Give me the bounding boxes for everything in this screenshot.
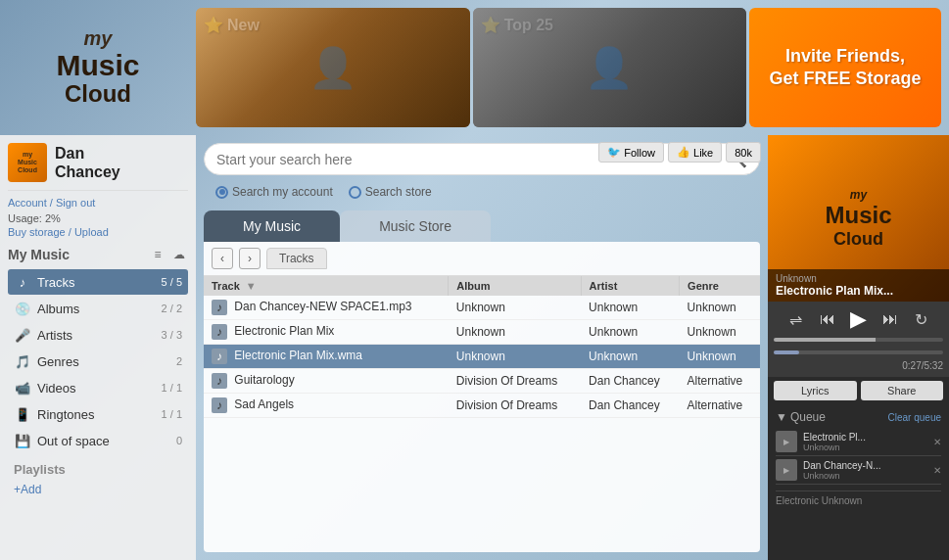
col-album[interactable]: Album — [449, 276, 581, 296]
top25-banner-card[interactable]: ⭐ Top 25 👤 — [473, 8, 747, 127]
search-my-account-option[interactable]: Search my account — [215, 185, 333, 199]
invite-banner-card[interactable]: Invite Friends, Get FREE Storage — [749, 8, 941, 127]
genres-icon: 🎵 — [14, 352, 31, 370]
playlists-section: Playlists — [8, 462, 188, 477]
table-nav: ‹ › Tracks — [204, 242, 760, 276]
cloud-icon[interactable]: ☁ — [170, 246, 188, 263]
logo-my: my — [56, 27, 139, 49]
search-my-account-radio[interactable] — [215, 186, 228, 199]
follow-button[interactable]: 🐦 Follow — [598, 142, 664, 163]
progress-fill — [774, 350, 799, 354]
signout-link[interactable]: Sign out — [56, 197, 95, 209]
queue-section: ▼ Queue Clear queue ▶ Electronic Pl... U… — [768, 404, 949, 560]
next-button[interactable]: ⏭ — [878, 307, 902, 331]
logo-cloud: Cloud — [56, 81, 139, 107]
genre-label: Electronic Unknown — [776, 495, 941, 506]
progress-bar[interactable] — [774, 350, 943, 354]
main-content: 🔍 Search my account Search store My Musi… — [196, 135, 768, 560]
col-artist[interactable]: Artist — [581, 276, 680, 296]
tab-music-store[interactable]: Music Store — [340, 210, 491, 242]
track-table-container: ‹ › Tracks Track ▼ Album Artist G — [204, 242, 760, 552]
player-track-info: Unknown Electronic Plan Mix... — [768, 269, 949, 302]
invite-text: Invite Friends, Get FREE Storage — [770, 45, 922, 91]
queue-item: ▶ Electronic Pl... Unknown ✕ — [776, 428, 941, 456]
repeat-button[interactable]: ↻ — [910, 307, 933, 331]
like-icon: 👍 — [677, 146, 690, 159]
like-button[interactable]: 👍 Like — [668, 142, 722, 163]
sort-arrow: ▼ — [246, 280, 257, 292]
player-action-buttons: Lyrics Share — [768, 377, 949, 404]
tracks-tab[interactable]: Tracks — [266, 248, 327, 269]
search-store-radio[interactable] — [349, 186, 361, 199]
like-count: 80k — [726, 142, 761, 163]
queue-thumb-1: ▶ — [776, 431, 797, 452]
play-button[interactable]: ▶ — [847, 307, 871, 331]
ringtones-icon: 📱 — [14, 405, 31, 423]
table-row[interactable]: ♪ Dan Chancey-NEW SPACE1.mp3UnknownUnkno… — [204, 296, 760, 320]
sidebar-item-genres[interactable]: 🎵 Genres 2 — [8, 349, 188, 374]
col-genre[interactable]: Genre — [680, 276, 760, 296]
tab-my-music[interactable]: My Music — [204, 210, 340, 242]
queue-arrow-icon: ▼ — [776, 410, 787, 424]
prev-button[interactable]: ⏮ — [816, 307, 839, 331]
now-playing-info: Electronic Unknown — [776, 490, 941, 506]
table-row[interactable]: ♪ Electronic Plan Mix.wmaUnknownUnknownU… — [204, 345, 760, 369]
track-file-icon: ♪ — [212, 324, 227, 340]
player-track-artist: Unknown — [776, 273, 941, 284]
account-link[interactable]: Account — [8, 197, 47, 209]
sidebar-item-videos[interactable]: 📹 Videos 1 / 1 — [8, 375, 188, 400]
share-button[interactable]: Share — [861, 381, 944, 400]
usage-display: Usage: 2% — [8, 212, 188, 224]
lyrics-button[interactable]: Lyrics — [774, 381, 857, 400]
col-track[interactable]: Track ▼ — [204, 276, 449, 296]
sidebar-item-tracks[interactable]: ♪ Tracks 5 / 5 — [8, 269, 188, 295]
track-file-icon: ♪ — [212, 300, 227, 315]
sidebar: myMusicCloud Dan Chancey Account / Sign … — [0, 135, 196, 560]
table-row[interactable]: ♪ Sad AngelsDivision Of DreamsDan Chance… — [204, 394, 760, 418]
videos-icon: 📹 — [14, 379, 31, 397]
upload-link[interactable]: Upload — [74, 226, 109, 238]
track-file-icon: ♪ — [212, 349, 227, 364]
list-view-icon[interactable]: ≡ — [149, 246, 166, 263]
buy-storage-link[interactable]: Buy storage — [8, 226, 66, 238]
albums-icon: 💿 — [14, 300, 31, 317]
next-arrow[interactable]: › — [239, 248, 261, 269]
search-options: Search my account Search store — [204, 181, 760, 203]
player-track-name: Electronic Plan Mix... — [776, 284, 941, 298]
volume-slider[interactable] — [774, 338, 943, 342]
user-links[interactable]: Account / Sign out — [8, 197, 188, 209]
main-tabs: My Music Music Store — [204, 210, 760, 242]
queue-item-close-1[interactable]: ✕ — [933, 437, 941, 447]
storage-links: Buy storage / Upload — [8, 226, 188, 238]
sidebar-item-artists[interactable]: 🎤 Artists 3 / 3 — [8, 322, 188, 348]
queue-item-2: ▶ Dan Chancey-N... Unknown ✕ — [776, 456, 941, 485]
sidebar-item-out-of-space[interactable]: 💾 Out of space 0 — [8, 428, 188, 453]
clear-queue-button[interactable]: Clear queue — [888, 412, 941, 423]
sidebar-item-ringtones[interactable]: 📱 Ringtones 1 / 1 — [8, 401, 188, 427]
player-album-art: my Music Cloud Unknown Electronic Plan M… — [768, 135, 949, 302]
add-playlist-button[interactable]: +Add — [8, 481, 188, 498]
new-banner-card[interactable]: ⭐ New 👤 — [196, 8, 470, 127]
player-controls: ⇌ ⏮ ▶ ⏭ ↻ 0:27/5:32 — [768, 302, 949, 377]
queue-item-artist-1: Unknown — [803, 443, 927, 452]
logo: my Music Cloud — [0, 0, 196, 135]
my-music-title: My Music — [8, 247, 70, 262]
out-of-space-icon: 💾 — [14, 432, 31, 449]
sidebar-item-albums[interactable]: 💿 Albums 2 / 2 — [8, 296, 188, 321]
track-file-icon: ♪ — [212, 373, 227, 389]
shuffle-button[interactable]: ⇌ — [784, 307, 808, 331]
prev-arrow[interactable]: ‹ — [212, 248, 233, 269]
table-row[interactable]: ♪ GuitarologyDivision Of DreamsDan Chanc… — [204, 369, 760, 394]
logo-music: Music — [56, 49, 139, 81]
search-store-option[interactable]: Search store — [349, 185, 432, 199]
queue-item-name-1: Electronic Pl... — [803, 432, 927, 443]
queue-item-artist-2: Unknown — [803, 471, 927, 481]
user-name: Dan Chancey — [55, 144, 120, 181]
queue-thumb-2: ▶ — [776, 459, 797, 481]
table-row[interactable]: ♪ Electronic Plan MixUnknownUnknownUnkno… — [204, 320, 760, 345]
queue-item-close-2[interactable]: ✕ — [933, 465, 941, 476]
user-section: myMusicCloud Dan Chancey — [8, 143, 188, 191]
tracks-table: Track ▼ Album Artist Genre ♪ Dan Chancey… — [204, 276, 760, 418]
tracks-icon: ♪ — [14, 273, 31, 291]
player-panel: my Music Cloud Unknown Electronic Plan M… — [768, 135, 949, 560]
